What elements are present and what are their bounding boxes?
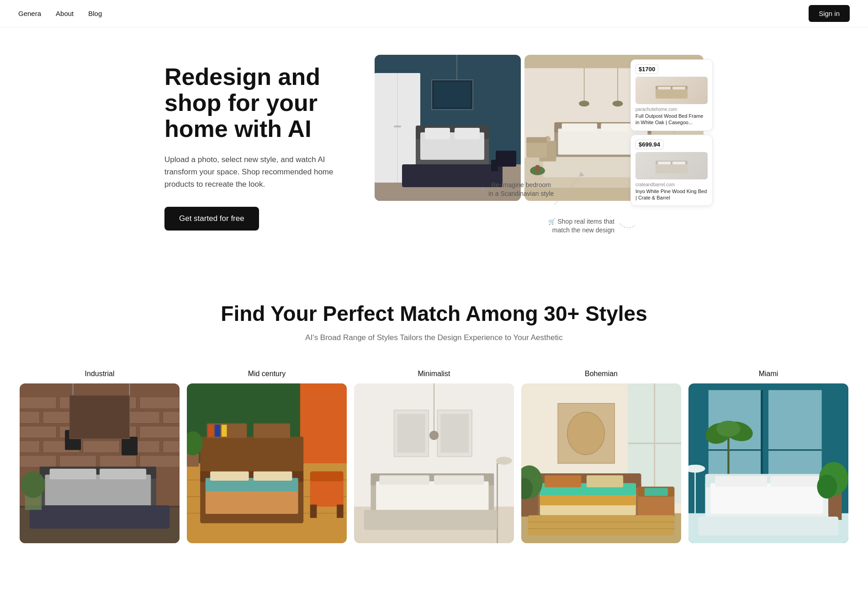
annotation-shop: 🛒 Shop real items thatmatch the new desi… bbox=[548, 217, 614, 235]
svg-point-125 bbox=[496, 456, 512, 465]
annotation-reimagine: ✦ Re-imagine bedroomin a Scandinavian st… bbox=[480, 181, 554, 199]
style-img-industrial bbox=[20, 383, 180, 543]
svg-rect-70 bbox=[60, 456, 96, 467]
svg-rect-69 bbox=[20, 456, 56, 467]
svg-point-36 bbox=[613, 100, 623, 106]
svg-rect-28 bbox=[562, 123, 598, 131]
svg-rect-68 bbox=[163, 440, 180, 452]
product-source-2: crateandbarrel.com bbox=[635, 182, 708, 187]
svg-rect-77 bbox=[45, 475, 151, 508]
svg-rect-149 bbox=[528, 515, 675, 535]
svg-rect-72 bbox=[140, 456, 180, 467]
product-card-2[interactable]: $699.94 crateandbarrel.com Inyo White Pi… bbox=[630, 135, 713, 206]
hero-title: Redesign and shop for your home with AI bbox=[164, 64, 356, 142]
svg-rect-107 bbox=[310, 472, 344, 482]
svg-rect-173 bbox=[699, 517, 838, 535]
svg-rect-48 bbox=[658, 162, 671, 164]
svg-rect-117 bbox=[379, 475, 429, 484]
svg-rect-54 bbox=[140, 397, 180, 409]
svg-rect-120 bbox=[397, 414, 425, 453]
style-label-minimalist: Minimalist bbox=[354, 370, 514, 378]
style-label-industrial: Industrial bbox=[20, 370, 180, 378]
svg-rect-38 bbox=[526, 137, 547, 142]
style-img-minimalist bbox=[354, 383, 514, 543]
svg-rect-79 bbox=[100, 469, 146, 479]
cta-button[interactable]: Get started for free bbox=[164, 207, 259, 231]
nav-link-blog[interactable]: Blog bbox=[88, 10, 102, 17]
hero-subtitle: Upload a photo, select new style, and wa… bbox=[164, 153, 338, 191]
svg-rect-148 bbox=[645, 488, 668, 496]
svg-rect-64 bbox=[20, 440, 40, 452]
nav-link-genera[interactable]: Genera bbox=[18, 10, 41, 17]
svg-rect-108 bbox=[310, 504, 317, 518]
svg-rect-87 bbox=[69, 395, 129, 439]
navbar: Genera About Blog Sign in bbox=[0, 0, 868, 27]
product-price-2: $699.94 bbox=[635, 140, 663, 149]
hero-right: ✦ Re-imagine bedroomin a Scandinavian st… bbox=[375, 55, 704, 246]
style-item-miami[interactable]: Miami bbox=[688, 370, 848, 543]
svg-rect-98 bbox=[210, 472, 249, 481]
svg-rect-71 bbox=[100, 456, 136, 467]
svg-rect-140 bbox=[587, 475, 623, 487]
annotation-shop-text: Shop real items thatmatch the new design bbox=[552, 218, 614, 234]
svg-point-161 bbox=[716, 421, 741, 437]
product-card-1[interactable]: $1700 parachutehome.com Full Outpost Woo… bbox=[630, 59, 713, 131]
svg-rect-116 bbox=[376, 481, 488, 511]
svg-rect-103 bbox=[208, 425, 214, 436]
svg-rect-138 bbox=[540, 495, 636, 505]
styles-section: Find Your Perfect Match Among 30+ Styles… bbox=[0, 265, 868, 571]
svg-rect-17 bbox=[434, 82, 471, 107]
nav-link-about[interactable]: About bbox=[56, 10, 74, 17]
svg-rect-40 bbox=[536, 165, 540, 173]
style-item-industrial[interactable]: Industrial bbox=[20, 370, 180, 543]
styles-grid: Industrial bbox=[18, 370, 850, 543]
svg-rect-166 bbox=[715, 476, 767, 487]
style-label-bohemian: Bohemian bbox=[521, 370, 681, 378]
product-source-1: parachutehome.com bbox=[635, 107, 708, 112]
product-cards: $1700 parachutehome.com Full Outpost Woo… bbox=[630, 59, 713, 206]
svg-point-86 bbox=[21, 472, 45, 498]
styles-subtitle: AI's Broad Range of Styles Tailors the D… bbox=[18, 333, 850, 342]
svg-rect-84 bbox=[122, 437, 138, 456]
svg-rect-66 bbox=[83, 440, 120, 452]
svg-rect-128 bbox=[364, 510, 498, 530]
svg-rect-8 bbox=[425, 128, 450, 139]
style-img-midcentury bbox=[187, 383, 347, 543]
svg-rect-63 bbox=[140, 426, 180, 438]
svg-rect-167 bbox=[770, 476, 822, 487]
svg-rect-80 bbox=[30, 505, 169, 529]
style-item-minimalist[interactable]: Minimalist bbox=[354, 370, 514, 543]
svg-rect-14 bbox=[496, 151, 516, 167]
product-img-2 bbox=[635, 152, 708, 179]
cart-icon: 🛒 bbox=[548, 218, 556, 225]
svg-rect-139 bbox=[545, 475, 581, 487]
svg-rect-109 bbox=[337, 504, 344, 518]
svg-rect-59 bbox=[163, 411, 180, 423]
svg-point-127 bbox=[429, 431, 439, 440]
hero-bedroom-before bbox=[375, 55, 521, 201]
svg-rect-37 bbox=[526, 141, 547, 158]
plus-icon: ✦ bbox=[480, 185, 486, 194]
style-label-miami: Miami bbox=[688, 370, 848, 378]
nav-links: Genera About Blog bbox=[18, 10, 809, 17]
svg-rect-105 bbox=[222, 425, 227, 436]
style-item-midcentury[interactable]: Mid century bbox=[187, 370, 347, 543]
svg-rect-44 bbox=[658, 87, 671, 89]
svg-rect-122 bbox=[441, 414, 469, 453]
svg-rect-9 bbox=[455, 128, 480, 139]
svg-rect-104 bbox=[215, 425, 220, 436]
sign-in-button[interactable]: Sign in bbox=[809, 5, 850, 22]
svg-rect-15 bbox=[491, 160, 498, 171]
style-item-bohemian[interactable]: Bohemian bbox=[521, 370, 681, 543]
svg-rect-49 bbox=[672, 162, 685, 164]
hero-section: Redesign and shop for your home with AI … bbox=[137, 27, 731, 265]
svg-point-142 bbox=[567, 412, 605, 455]
svg-rect-51 bbox=[20, 397, 56, 409]
style-label-midcentury: Mid century bbox=[187, 370, 347, 378]
annotation-reimagine-text: Re-imagine bedroomin a Scandinavian styl… bbox=[488, 181, 554, 199]
styles-title: Find Your Perfect Match Among 30+ Styles bbox=[18, 301, 850, 326]
style-img-miami bbox=[688, 383, 848, 543]
svg-point-170 bbox=[817, 475, 837, 499]
svg-rect-102 bbox=[254, 424, 290, 438]
svg-rect-118 bbox=[434, 475, 484, 484]
